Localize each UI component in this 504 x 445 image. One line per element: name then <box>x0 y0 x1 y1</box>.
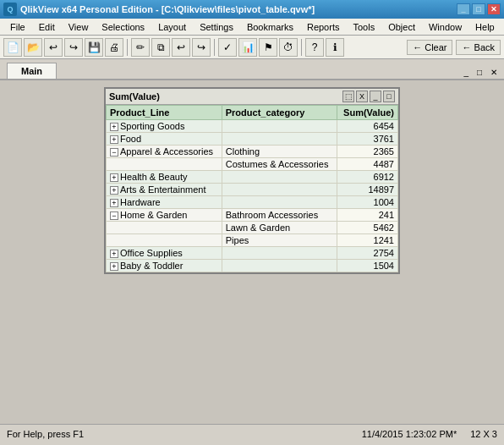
cell-value: 6454 <box>337 120 398 133</box>
back-toolbar-button[interactable]: ↩ <box>44 38 63 57</box>
menu-object[interactable]: Object <box>381 20 422 34</box>
back-button[interactable]: ← Back <box>456 40 501 55</box>
expand-icon[interactable]: + <box>110 250 118 258</box>
cell-category: Costumes & Accessories <box>222 158 337 171</box>
help-button[interactable]: ? <box>305 38 324 57</box>
cell-product-line: +Arts & Entertainment <box>107 184 222 196</box>
cell-category <box>222 247 337 260</box>
toolbar-sep-3 <box>301 39 302 56</box>
cell-product-line: −Apparel & Accessories <box>107 146 222 158</box>
cell-product-line: +Hardware <box>107 196 222 209</box>
toolbar-sep-1 <box>127 39 128 56</box>
redo-button[interactable]: ↪ <box>192 38 211 57</box>
cell-category <box>222 260 337 272</box>
check-button[interactable]: ✓ <box>218 38 237 57</box>
cell-product-line: +Office Supplies <box>107 247 222 260</box>
mdi-close[interactable]: ✕ <box>487 68 501 77</box>
info-button[interactable]: ℹ <box>326 38 344 57</box>
window-title: QlikView x64 Personal Edition - [C:\Qlik… <box>20 4 315 14</box>
mdi-restore[interactable]: □ <box>474 68 485 77</box>
menu-bar: File Edit View Selections Layout Setting… <box>0 19 504 36</box>
tab-main[interactable]: Main <box>7 63 57 79</box>
cell-category <box>222 196 337 209</box>
chart-button[interactable]: 📊 <box>238 38 257 57</box>
menu-layout[interactable]: Layout <box>151 20 193 34</box>
mdi-minimize[interactable]: _ <box>460 68 472 77</box>
cell-category <box>222 133 337 146</box>
expand-icon[interactable]: + <box>110 199 118 207</box>
cell-product-line: +Sporting Goods <box>107 120 222 133</box>
menu-settings[interactable]: Settings <box>193 20 240 34</box>
cell-category: Lawn & Garden <box>222 222 337 234</box>
pivot-controls: ⬚ X _ □ <box>342 91 395 102</box>
copy-button[interactable]: ⧉ <box>151 38 170 57</box>
maximize-button[interactable]: □ <box>472 3 485 15</box>
flag-button[interactable]: ⚑ <box>259 38 277 57</box>
menu-edit[interactable]: Edit <box>32 20 62 34</box>
tab-bar: Main _ □ ✕ <box>0 59 504 80</box>
forward-toolbar-button[interactable]: ↪ <box>64 38 83 57</box>
cell-product-line <box>107 234 222 247</box>
toolbar-right: ← Clear ← Back <box>407 40 501 55</box>
table-row: +Arts & Entertainment 14897 <box>107 184 398 196</box>
cell-value: 1504 <box>337 260 398 272</box>
expand-icon[interactable]: + <box>110 135 118 144</box>
pivot-minimize-button[interactable]: X <box>356 91 368 102</box>
pivot-restore-button[interactable]: _ <box>370 91 381 102</box>
expand-icon[interactable]: + <box>110 186 118 195</box>
title-bar: Q QlikView x64 Personal Edition - [C:\Ql… <box>0 0 504 19</box>
menu-selections[interactable]: Selections <box>95 20 151 34</box>
print-button[interactable]: 🖨 <box>105 38 123 57</box>
save-button[interactable]: 💾 <box>85 38 103 57</box>
expand-icon[interactable]: + <box>110 262 118 271</box>
expand-icon[interactable]: + <box>110 173 118 182</box>
table-row: +Office Supplies 2754 <box>107 247 398 260</box>
cell-category: Bathroom Accessories <box>222 209 337 222</box>
cell-value: 2754 <box>337 247 398 260</box>
app-icon: Q <box>3 3 17 16</box>
menu-window[interactable]: Window <box>422 20 468 34</box>
new-button[interactable]: 📄 <box>3 38 22 57</box>
pivot-data-table: Product_Line Product_category Sum(Value)… <box>106 105 398 272</box>
cell-value: 6912 <box>337 171 398 184</box>
cell-value: 14897 <box>337 184 398 196</box>
tab-main-label: Main <box>21 66 42 76</box>
table-row: +Health & Beauty 6912 <box>107 171 398 184</box>
cell-value: 241 <box>337 209 398 222</box>
mdi-controls: _ □ ✕ <box>460 68 504 79</box>
table-row: +Hardware 1004 <box>107 196 398 209</box>
clock-button[interactable]: ⏱ <box>279 38 298 57</box>
table-row: −Apparel & Accessories Clothing 2365 <box>107 146 398 158</box>
menu-help[interactable]: Help <box>468 20 501 34</box>
expand-icon[interactable]: + <box>110 123 118 131</box>
pivot-close-button[interactable]: □ <box>383 91 395 102</box>
cell-value: 1004 <box>337 196 398 209</box>
collapse-icon[interactable]: − <box>110 148 118 157</box>
menu-bookmarks[interactable]: Bookmarks <box>240 20 300 34</box>
dimensions-text: 12 X 3 <box>470 429 497 439</box>
pivot-table-container: Sum(Value) ⬚ X _ □ Product_Line Product_… <box>104 87 400 274</box>
minimize-button[interactable]: _ <box>457 3 470 15</box>
cell-value: 4487 <box>337 158 398 171</box>
menu-view[interactable]: View <box>62 20 96 34</box>
menu-reports[interactable]: Reports <box>300 20 347 34</box>
menu-file[interactable]: File <box>3 20 32 34</box>
cell-product-line <box>107 222 222 234</box>
help-text: For Help, press F1 <box>7 429 84 439</box>
table-row: +Food 3761 <box>107 133 398 146</box>
edit-button[interactable]: ✏ <box>131 38 150 57</box>
table-row: Lawn & Garden 5462 <box>107 222 398 234</box>
cell-category: Pipes <box>222 234 337 247</box>
main-content: Sum(Value) ⬚ X _ □ Product_Line Product_… <box>0 80 504 424</box>
open-button[interactable]: 📂 <box>24 38 42 57</box>
table-row: Pipes 1241 <box>107 234 398 247</box>
undo-button[interactable]: ↩ <box>172 38 190 57</box>
status-right: 11/4/2015 1:23:02 PM* 12 X 3 <box>362 429 497 439</box>
close-button[interactable]: ✕ <box>487 3 501 15</box>
menu-tools[interactable]: Tools <box>346 20 381 34</box>
clear-button[interactable]: ← Clear <box>407 40 452 55</box>
table-row: +Baby & Toddler 1504 <box>107 260 398 272</box>
cell-product-line: +Health & Beauty <box>107 171 222 184</box>
pivot-prop-button[interactable]: ⬚ <box>342 91 354 102</box>
collapse-icon[interactable]: − <box>110 212 118 220</box>
